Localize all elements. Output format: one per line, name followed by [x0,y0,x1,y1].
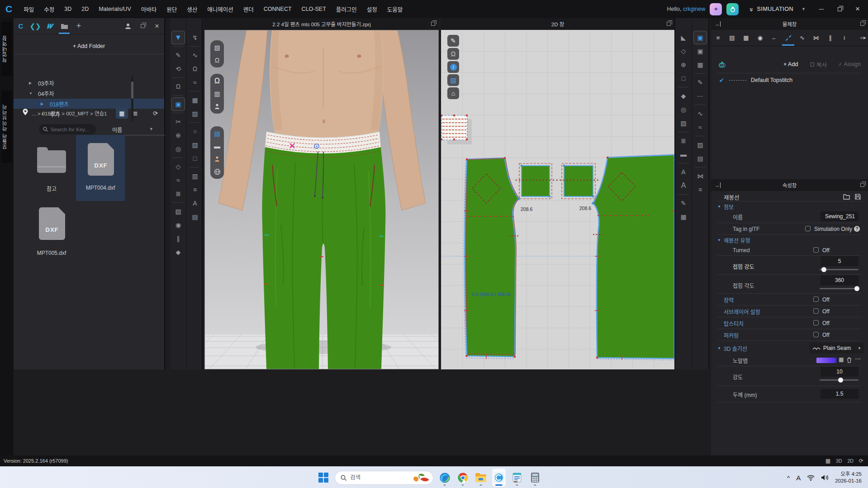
tab-texture-icon[interactable]: ▦ [739,30,753,46]
float-3d-window-icon[interactable] [431,22,435,26]
menu-help[interactable]: 도움말 [382,0,408,18]
menu-settings[interactable]: 설정 [362,0,382,18]
tab-list-icon[interactable]: ≡ [711,30,725,46]
gift-trim-tool[interactable]: ⋈ [692,169,708,183]
normalmap-swatch[interactable] [816,358,836,363]
assign-button[interactable]: ↗ Assign [838,61,861,67]
stitch-display-tool[interactable]: ∿ [187,48,203,62]
taskbar-clock[interactable]: 오후 4:25 2026-01-16 [835,471,862,484]
taskbar-clo3d-active[interactable] [492,469,506,487]
menu-render[interactable]: 렌더 [238,0,259,18]
fold-tool[interactable]: ◇ [170,160,186,173]
collapse-panel-icon[interactable]: → [715,21,721,27]
tab-puckering-icon[interactable]: ∿ [795,30,809,46]
search-input[interactable] [51,127,91,132]
clo-library-tab-icon[interactable]: C [14,19,28,34]
tape-avatar-tool[interactable]: ▥ [187,169,203,183]
restore-button[interactable] [833,2,846,16]
seam-type-dropdown[interactable]: Plain Seam ▼ [810,343,864,354]
float-2d-window-icon[interactable] [667,22,671,26]
close-panel-icon[interactable]: × [150,19,164,34]
help-icon[interactable]: ? [854,226,860,232]
strength-input[interactable]: 10 [821,367,859,377]
trace-tool[interactable]: ▨ [675,116,692,130]
tab-button-icon[interactable]: ◉ [753,30,767,46]
home-view-icon[interactable]: ⌂ [447,87,459,99]
avatar-tape-icon[interactable]: ▥ [211,88,223,100]
save-preset-icon[interactable] [855,194,861,200]
fold-strength-slider[interactable] [820,269,859,270]
taskbar-edge[interactable] [438,469,451,487]
taskbar-notepad[interactable] [510,469,524,487]
scissors-tool[interactable]: ✂ [170,115,186,129]
expand-caret-icon[interactable]: ▼ [29,91,33,96]
tab-fabric-icon[interactable]: ▤ [725,30,739,46]
free-sewing-tool[interactable]: ▣ [692,44,708,58]
pick-tool[interactable]: ✎ [170,48,186,62]
show-3d-objects-icon[interactable]: ▧ [211,42,223,53]
menu-production[interactable]: 생산 [182,0,202,18]
sewing-machine-tool[interactable]: ▣ [171,97,185,111]
seam-allowance-tool[interactable]: ≣ [675,134,692,148]
viewport3d-titlebar[interactable]: 2.2 4일 팬츠 mts 005 고무줄 바지만들기.zprj [204,18,439,30]
lasso-select-tool[interactable]: ⟲ [170,62,186,76]
edit-pattern-tool[interactable]: ◇ [675,44,692,58]
taskbar-file-explorer[interactable] [474,469,488,487]
transform-pattern-tool[interactable]: ◣ [675,31,692,44]
menu-avatar[interactable]: 아바타 [136,0,162,18]
toggle-2d-view[interactable]: 2D [848,458,854,464]
minimize-button[interactable]: ─ [815,2,828,16]
tree-item-week04[interactable]: ▼ 04주차 [14,88,164,98]
show-flat-fabric-icon[interactable]: ▬ [211,140,223,152]
tabs-scroll-left-icon[interactable]: ◀ [860,36,863,40]
mn-sewing-tool[interactable]: ▦ [692,58,708,72]
measure-avatar-tool[interactable]: ≡ [187,183,203,196]
tree-item-018pants[interactable]: ▶ 018팬츠 [14,99,164,109]
strength-slider[interactable] [820,379,859,381]
tension-checkbox[interactable] [813,297,819,302]
print-layout-tool[interactable]: ▤ [692,152,708,165]
globe-environment-icon[interactable] [211,166,223,177]
show-fabric-roll-icon[interactable]: ▤ [211,128,223,139]
close-button[interactable]: × [851,2,864,16]
viewport2d-titlebar[interactable]: 2D 창 [441,18,674,30]
steam-tool[interactable]: ≈ [170,173,186,187]
taskbar-search-input[interactable] [350,474,400,481]
section-sewing-type[interactable]: ▼ 재봉선 유형 [711,235,868,244]
tab-bow-icon[interactable]: ⋈ [809,30,823,46]
reset-layout-icon[interactable]: ⟳ [859,458,863,464]
refresh-button[interactable]: ⟳ [149,108,161,119]
section-3d-seamline[interactable]: ▼ 3D 솔기선 Plain Seam ▼ [711,342,868,354]
pin-tool[interactable]: ⊕ [170,129,186,142]
measure-3d-tool[interactable]: ≣ [170,187,186,201]
turned-checkbox[interactable] [813,247,819,253]
tack-tool[interactable]: ◎ [170,142,186,156]
menu-2d[interactable]: 2D [76,0,94,18]
polygon-tool[interactable]: □ [675,72,692,85]
animation-pose-tool[interactable]: ↯ [187,31,203,44]
property-window-titlebar[interactable]: → 속성창 [711,179,868,191]
add-tab-icon[interactable]: + [71,19,86,34]
topstitch-checkbox[interactable] [813,320,819,325]
normalmap-grid-icon[interactable]: ▦ [839,356,844,363]
shirring-tool[interactable]: ≈ [692,120,708,134]
tree-item-week03[interactable]: ▶ 03주차 [14,78,164,88]
avatar-display-tool[interactable]: ○ [187,124,203,138]
arrangement-tool[interactable]: ▧ [187,138,203,152]
name-input[interactable]: Sewing_251 [821,211,859,221]
tab-spray-icon[interactable]: ≀ [837,30,851,46]
menu-fabric[interactable]: 원단 [161,0,182,18]
bounding-tool[interactable]: □ [187,152,203,165]
layout-grid-toggle-icon[interactable]: ▦ [825,458,830,464]
ai-wand-button[interactable]: ✦ [710,3,722,15]
grid-layout-tool[interactable]: ▦ [675,210,692,224]
list-view-button[interactable]: ≣ [129,108,142,119]
md-knot-button[interactable] [726,3,739,15]
button-tool[interactable]: ◉ [170,218,186,232]
menu-animation[interactable]: 애니메이션 [202,0,238,18]
menu-edit[interactable]: 수정 [39,0,59,18]
fit-map-tool[interactable]: ▦ [187,93,203,107]
pressure-map-tool[interactable]: ▨ [187,107,203,120]
grid-view-button[interactable]: ▦ [116,108,128,119]
dart-tool[interactable]: ◆ [675,89,692,103]
